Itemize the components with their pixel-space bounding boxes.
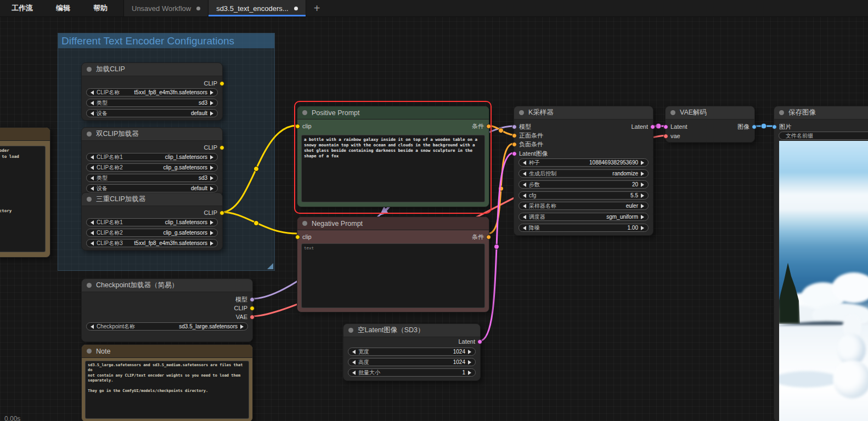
collapse-dot-icon[interactable] xyxy=(302,110,307,115)
widget-batch-size[interactable]: 批量大小1 xyxy=(348,368,476,377)
widget-left-arrow-icon[interactable] xyxy=(91,90,94,95)
collapse-dot-icon[interactable] xyxy=(87,283,92,288)
widget-right-arrow-icon[interactable] xyxy=(240,325,244,329)
widget-left-arrow-icon[interactable] xyxy=(523,172,526,176)
widget-clip-name2[interactable]: CLIP名称2clip_g.safetensors xyxy=(86,163,218,172)
widget-width[interactable]: 宽度1024 xyxy=(348,348,476,356)
widget-seed[interactable]: 种子1088469382953690 xyxy=(518,158,649,167)
widget-right-arrow-icon[interactable] xyxy=(641,215,644,219)
widget-right-arrow-icon[interactable] xyxy=(210,231,213,235)
widget-left-arrow-icon[interactable] xyxy=(91,186,94,191)
input-dot-latent[interactable] xyxy=(663,124,668,129)
output-dot-vae[interactable] xyxy=(250,315,255,320)
input-dot-clip[interactable] xyxy=(295,124,300,129)
widget-right-arrow-icon[interactable] xyxy=(210,176,213,180)
widget-clip-name1[interactable]: CLIP名称1clip_l.safetensors xyxy=(86,218,218,226)
node-note[interactable]: Note sd3.5_large.safetensors and sd3.5_m… xyxy=(81,344,253,421)
widget-right-arrow-icon[interactable] xyxy=(210,111,213,116)
output-dot-clip[interactable] xyxy=(250,306,255,311)
collapse-dot-icon[interactable] xyxy=(87,349,92,354)
node-title-bar[interactable]: Positive Prompt xyxy=(297,106,489,120)
node-note-clipped[interactable]: nt text encoder can see how to load se f… xyxy=(0,127,50,258)
input-dot-image[interactable] xyxy=(772,124,777,129)
widget-clip-name3[interactable]: CLIP名称3t5xxl_fp8_e4m3fn.safetensors xyxy=(86,239,218,247)
widget-scheduler[interactable]: 调度器sgm_uniform xyxy=(518,213,649,221)
node-title-bar[interactable]: VAE解码 xyxy=(666,106,754,120)
collapse-dot-icon[interactable] xyxy=(779,110,784,115)
widget-left-arrow-icon[interactable] xyxy=(91,111,94,116)
widget-right-arrow-icon[interactable] xyxy=(210,90,213,95)
widget-steps[interactable]: 步数20 xyxy=(518,180,649,189)
widget-left-arrow-icon[interactable] xyxy=(91,166,94,170)
widget-left-arrow-icon[interactable] xyxy=(91,231,94,235)
prompt-textarea[interactable]: a bottle with a rainbow galaxy inside it… xyxy=(301,135,485,202)
node-title-bar[interactable]: Note xyxy=(82,345,252,358)
output-dot-latent[interactable] xyxy=(650,124,655,129)
widget-type[interactable]: 类型sd3 xyxy=(86,174,218,182)
widget-left-arrow-icon[interactable] xyxy=(91,155,94,160)
node-load-clip[interactable]: 加载CLIP CLIP CLIP名称t5xxl_fp8_e4m3fn.safet… xyxy=(81,62,223,121)
menu-workflow[interactable]: 工作流 xyxy=(0,0,44,16)
widget-clip-name[interactable]: CLIP名称t5xxl_fp8_e4m3fn.safetensors xyxy=(86,88,218,96)
widget-right-arrow-icon[interactable] xyxy=(210,220,213,225)
widget-right-arrow-icon[interactable] xyxy=(641,204,644,208)
widget-left-arrow-icon[interactable] xyxy=(352,350,356,354)
collapse-dot-icon[interactable] xyxy=(670,110,675,115)
widget-left-arrow-icon[interactable] xyxy=(91,220,94,225)
node-title-bar[interactable]: 空Latent图像（SD3） xyxy=(343,324,480,337)
node-vae-decode[interactable]: VAE解码 Latent vae 图像 xyxy=(665,106,755,143)
widget-right-arrow-icon[interactable] xyxy=(641,183,644,187)
collapse-dot-icon[interactable] xyxy=(348,328,353,333)
widget-left-arrow-icon[interactable] xyxy=(352,371,356,375)
output-dot-image[interactable] xyxy=(752,124,757,129)
widget-left-arrow-icon[interactable] xyxy=(91,101,94,105)
collapse-dot-icon[interactable] xyxy=(87,132,92,136)
widget-filename-prefix[interactable]: 文件名前缀 xyxy=(779,132,868,140)
collapse-dot-icon[interactable] xyxy=(87,67,92,72)
widget-checkpoint-name[interactable]: Checkpoint名称sd3.5_large.safetensors xyxy=(86,322,248,331)
widget-left-arrow-icon[interactable] xyxy=(352,360,356,365)
node-checkpoint-loader[interactable]: Checkpoint加载器（简易） 模型 CLIP VAE Checkpoint… xyxy=(81,278,253,342)
node-save-image[interactable]: 保存图像 图片 文件名前缀 xyxy=(774,106,868,421)
widget-height[interactable]: 高度1024 xyxy=(348,358,476,366)
widget-right-arrow-icon[interactable] xyxy=(210,101,213,105)
node-triple-clip-loader[interactable]: 三重CLIP加载器 CLIP CLIP名称1clip_l.safetensors… xyxy=(81,192,223,251)
new-tab-button[interactable]: + xyxy=(306,0,328,16)
node-empty-latent-sd3[interactable]: 空Latent图像（SD3） Latent 宽度1024 高度1024 批量大小… xyxy=(343,323,481,381)
widget-right-arrow-icon[interactable] xyxy=(641,194,644,198)
widget-device[interactable]: 设备default xyxy=(86,184,218,192)
unsaved-indicator-icon[interactable] xyxy=(196,7,200,10)
node-title-bar[interactable]: 保存图像 xyxy=(774,106,868,120)
node-title-bar[interactable]: 加载CLIP xyxy=(82,63,222,76)
widget-sampler-name[interactable]: 采样器名称euler xyxy=(518,202,649,210)
output-dot-clip[interactable] xyxy=(219,81,224,86)
input-dot-positive[interactable] xyxy=(512,133,517,138)
node-title-bar[interactable]: 三重CLIP加载器 xyxy=(82,193,222,206)
node-positive-prompt[interactable]: Positive Prompt clip 条件 a bottle with a … xyxy=(297,106,489,207)
widget-left-arrow-icon[interactable] xyxy=(91,325,94,329)
prompt-textarea[interactable]: text xyxy=(301,243,485,308)
input-dot-latent[interactable] xyxy=(512,151,517,156)
node-title-bar[interactable] xyxy=(0,128,50,141)
widget-left-arrow-icon[interactable] xyxy=(91,241,94,246)
output-dot-latent[interactable] xyxy=(477,339,482,344)
collapse-dot-icon[interactable] xyxy=(519,110,524,115)
output-dot-clip[interactable] xyxy=(219,210,224,215)
node-negative-prompt[interactable]: Negative Prompt clip 条件 text xyxy=(297,217,489,312)
widget-left-arrow-icon[interactable] xyxy=(523,226,526,230)
node-ksampler[interactable]: K采样器 模型 正面条件 负面条件 Latent图像 Latent 种子1088… xyxy=(514,106,653,236)
output-dot-clip[interactable] xyxy=(219,145,224,150)
widget-right-arrow-icon[interactable] xyxy=(210,241,213,246)
widget-right-arrow-icon[interactable] xyxy=(641,161,644,165)
note-textarea[interactable] xyxy=(0,146,46,252)
widget-left-arrow-icon[interactable] xyxy=(523,194,526,198)
menu-edit[interactable]: 编辑 xyxy=(44,0,82,16)
generated-image-preview[interactable] xyxy=(779,141,868,421)
menu-help[interactable]: 帮助 xyxy=(82,0,119,16)
widget-denoise[interactable]: 降噪1.00 xyxy=(518,224,649,232)
input-dot-model[interactable] xyxy=(512,124,517,129)
widget-type[interactable]: 类型sd3 xyxy=(86,99,218,107)
widget-right-arrow-icon[interactable] xyxy=(641,226,644,230)
input-dot-negative[interactable] xyxy=(512,142,517,147)
widget-device[interactable]: 设备default xyxy=(86,109,218,117)
